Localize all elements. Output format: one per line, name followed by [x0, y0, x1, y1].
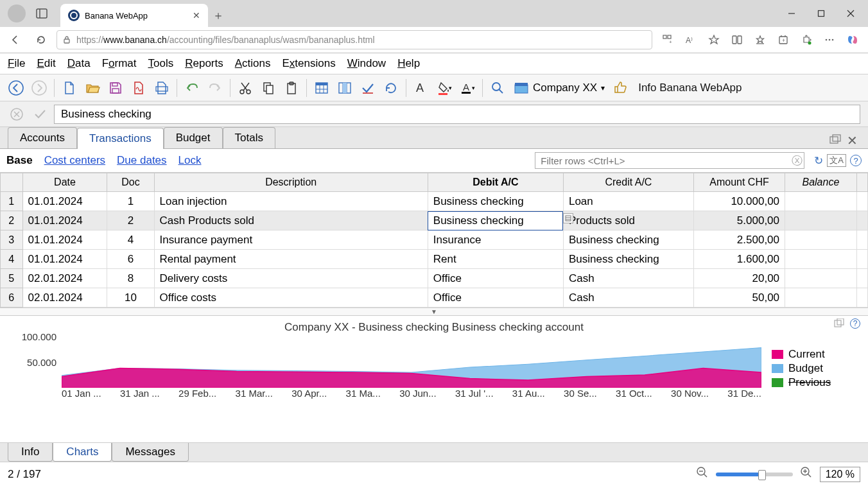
- cut-button[interactable]: [234, 77, 256, 99]
- cell-dropdown-icon[interactable]: [563, 213, 573, 223]
- close-view-icon[interactable]: ✕: [847, 133, 858, 148]
- refresh-filter-icon[interactable]: ↻: [814, 154, 823, 168]
- menu-actions[interactable]: Actions: [235, 57, 271, 70]
- col-debit[interactable]: Debit A/C: [428, 173, 563, 192]
- cell-doc[interactable]: 8: [107, 269, 154, 288]
- cell-amount[interactable]: 10.000,00: [693, 192, 785, 211]
- cell-credit[interactable]: Business checking: [563, 230, 693, 250]
- menu-reports[interactable]: Reports: [185, 57, 223, 70]
- cell-description[interactable]: Cash Products sold: [154, 211, 428, 230]
- menu-edit[interactable]: Edit: [37, 57, 55, 70]
- minimize-button[interactable]: [777, 3, 806, 24]
- cell-balance[interactable]: [785, 269, 857, 288]
- cell-amount[interactable]: 5.000,00: [693, 211, 785, 230]
- col-date[interactable]: Date: [22, 173, 107, 192]
- cell-credit[interactable]: Loan: [563, 192, 693, 211]
- cell-amount[interactable]: 50,00: [693, 288, 785, 308]
- redo-button[interactable]: [204, 77, 226, 99]
- cell-balance[interactable]: [785, 230, 857, 250]
- cell-amount[interactable]: 20,00: [693, 269, 785, 288]
- translate-icon[interactable]: 文A: [827, 154, 846, 167]
- menu-file[interactable]: File: [8, 57, 25, 70]
- undo-button[interactable]: [181, 77, 203, 99]
- cell-debit[interactable]: Business checking: [428, 211, 563, 230]
- cell-doc[interactable]: 6: [107, 250, 154, 269]
- tab-actions-icon[interactable]: [36, 8, 48, 19]
- new-tab-button[interactable]: ＋: [208, 5, 229, 26]
- col-credit[interactable]: Credit A/C: [563, 173, 693, 192]
- export-pdf-button[interactable]: [128, 77, 150, 99]
- cell-debit[interactable]: Business checking: [428, 192, 563, 211]
- cell-debit[interactable]: Office: [428, 288, 563, 308]
- cell-description[interactable]: Loan injection: [154, 192, 428, 211]
- cell-scrollgap[interactable]: [856, 230, 867, 250]
- menu-help[interactable]: Help: [397, 57, 420, 70]
- cell-date[interactable]: 01.01.2024: [22, 211, 107, 230]
- cancel-edit-button[interactable]: [8, 105, 26, 123]
- font-button[interactable]: A: [410, 77, 432, 99]
- cell-date[interactable]: 02.01.2024: [22, 269, 107, 288]
- help-icon[interactable]: ?: [850, 155, 862, 166]
- close-window-button[interactable]: [836, 3, 865, 24]
- expand-handle[interactable]: ▼: [0, 308, 868, 315]
- new-file-button[interactable]: [58, 77, 80, 99]
- link-lock[interactable]: Lock: [178, 154, 202, 167]
- table-row[interactable]: 101.01.20241Loan injectionBusiness check…: [1, 192, 868, 211]
- cell-credit[interactable]: Business checking: [563, 250, 693, 269]
- maximize-button[interactable]: [806, 3, 836, 24]
- tab-totals[interactable]: Totals: [223, 127, 275, 148]
- close-tab-icon[interactable]: ✕: [193, 10, 200, 21]
- browser-tab[interactable]: Banana WebApp ✕: [60, 4, 208, 27]
- link-due-dates[interactable]: Due dates: [117, 154, 167, 167]
- duplicate-view-icon[interactable]: [829, 134, 842, 148]
- filter-input[interactable]: [535, 152, 804, 169]
- row-number[interactable]: 5: [1, 269, 23, 288]
- tab-transactions[interactable]: Transactions: [77, 128, 164, 149]
- cell-description[interactable]: Delivery costs: [154, 269, 428, 288]
- cell-doc[interactable]: 2: [107, 211, 154, 230]
- cell-credit[interactable]: Products sold: [563, 211, 693, 230]
- cell-balance[interactable]: [785, 288, 857, 308]
- cell-debit[interactable]: Insurance: [428, 230, 563, 250]
- cell-amount[interactable]: 1.600,00: [693, 250, 785, 269]
- collections-icon[interactable]: +: [773, 30, 794, 50]
- chart-copy-icon[interactable]: [833, 318, 845, 331]
- menu-data[interactable]: Data: [67, 57, 91, 70]
- save-button[interactable]: [105, 77, 126, 99]
- nav-back-button[interactable]: [5, 77, 27, 99]
- view-base[interactable]: Base: [6, 154, 33, 167]
- cell-scrollgap[interactable]: [856, 192, 867, 211]
- menu-window[interactable]: Window: [347, 57, 386, 70]
- table-view-button[interactable]: [311, 77, 333, 99]
- corner-header[interactable]: [1, 173, 23, 192]
- row-number[interactable]: 2: [1, 211, 23, 230]
- thumbs-up-button[interactable]: [610, 77, 632, 99]
- cell-amount[interactable]: 2.500,00: [693, 230, 785, 250]
- table-row[interactable]: 502.01.20248Delivery costsOfficeCash20,0…: [1, 269, 868, 288]
- cell-scrollgap[interactable]: [856, 211, 867, 230]
- cell-balance[interactable]: [785, 250, 857, 269]
- cell-description[interactable]: Insurance payment: [154, 230, 428, 250]
- clear-filter-icon[interactable]: ⓧ: [792, 153, 803, 168]
- table-row[interactable]: 301.01.20244Insurance paymentInsuranceBu…: [1, 230, 868, 250]
- menu-tools[interactable]: Tools: [148, 57, 174, 70]
- cell-scrollgap[interactable]: [856, 288, 867, 308]
- open-file-button[interactable]: [82, 77, 103, 99]
- columns-button[interactable]: [334, 77, 356, 99]
- url-input[interactable]: https://www.banana.ch/accounting/files/b…: [56, 30, 652, 49]
- cell-scrollgap[interactable]: [856, 250, 867, 269]
- cell-credit[interactable]: Cash: [563, 269, 693, 288]
- cell-description[interactable]: Rental payment: [154, 250, 428, 269]
- formula-input[interactable]: [54, 105, 860, 124]
- cell-date[interactable]: 02.01.2024: [22, 288, 107, 308]
- col-doc[interactable]: Doc: [107, 173, 154, 192]
- zoom-slider[interactable]: [716, 473, 793, 476]
- cell-debit[interactable]: Rent: [428, 250, 563, 269]
- bottom-tab-charts[interactable]: Charts: [53, 443, 112, 462]
- accept-edit-button[interactable]: [31, 105, 49, 123]
- table-row[interactable]: 401.01.20246Rental paymentRentBusiness c…: [1, 250, 868, 269]
- col-balance[interactable]: Balance: [785, 173, 857, 192]
- nav-forward-button[interactable]: [28, 77, 50, 99]
- text-color-button[interactable]: A▾: [456, 77, 478, 99]
- check-button[interactable]: [357, 77, 379, 99]
